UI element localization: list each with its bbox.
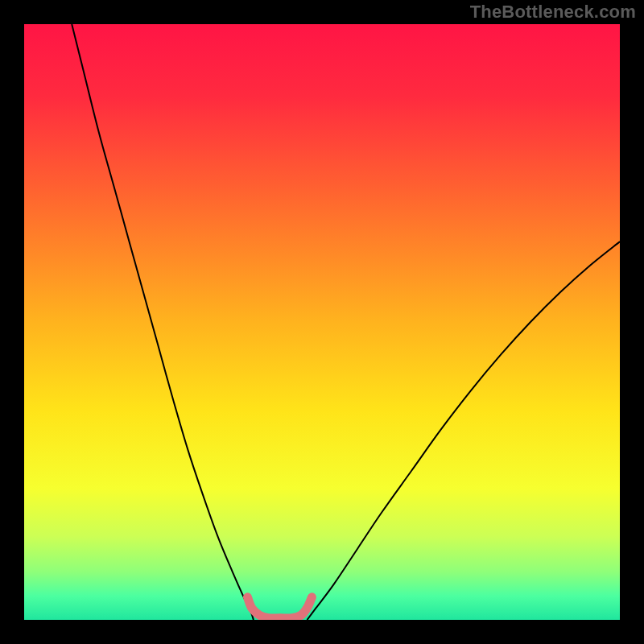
chart-svg (24, 24, 620, 620)
chart-frame: TheBottleneck.com (0, 0, 644, 644)
watermark-label: TheBottleneck.com (470, 2, 636, 23)
chart-plot (24, 24, 620, 620)
